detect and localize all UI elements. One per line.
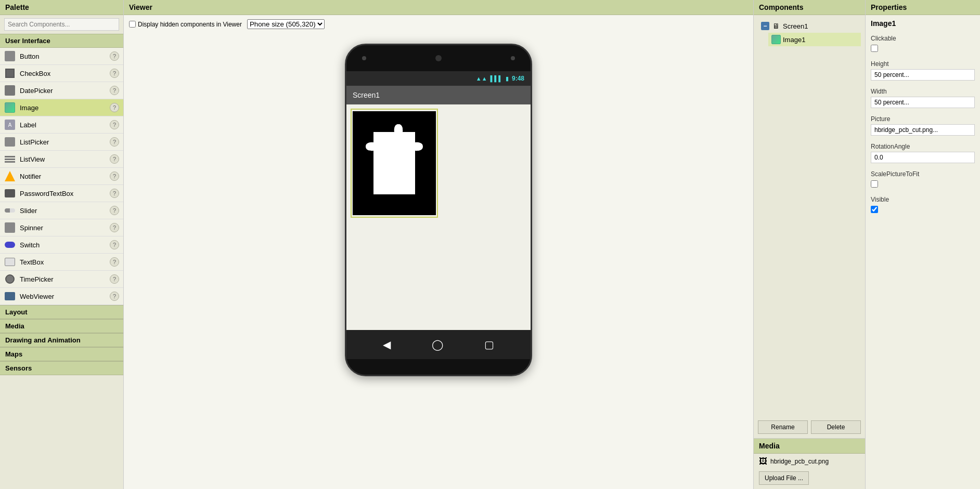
tree-item-image1[interactable]: Image1 — [768, 33, 861, 46]
palette-item-label: TimePicker — [20, 275, 110, 283]
timepicker-help-icon[interactable]: ? — [110, 274, 119, 284]
listpicker-icon — [4, 136, 16, 148]
search-input[interactable] — [4, 18, 119, 31]
palette-item-label: WebViewer — [20, 293, 110, 300]
display-hidden-label[interactable]: Display hidden components in Viewer — [129, 21, 242, 28]
palette-item-timepicker[interactable]: TimePicker ? — [0, 271, 123, 288]
image-component[interactable] — [351, 109, 438, 218]
phone-status-bar: ▲▲ ▌▌▌ ▮ 9:48 — [346, 71, 531, 86]
palette-item-webviewer[interactable]: WebViewer ? — [0, 288, 123, 305]
palette-item-listpicker[interactable]: ListPicker ? — [0, 134, 123, 151]
screen1-label: Screen1 — [783, 22, 808, 30]
phone-top-bar — [346, 45, 531, 71]
clickable-checkbox[interactable] — [871, 45, 878, 52]
palette-item-button[interactable]: Button ? — [0, 48, 123, 65]
home-button[interactable]: ◯ — [432, 338, 443, 351]
palette-item-label-comp[interactable]: A Label ? — [0, 116, 123, 134]
switch-help-icon[interactable]: ? — [110, 240, 119, 249]
listpicker-help-icon[interactable]: ? — [110, 137, 119, 147]
palette-item-label: Notifier — [20, 173, 110, 180]
phone-speaker-icon — [362, 56, 366, 60]
palette-item-passwordtextbox[interactable]: PasswordTextBox ? — [0, 185, 123, 202]
clickable-label: Clickable — [871, 35, 975, 42]
notifier-help-icon[interactable]: ? — [110, 171, 119, 181]
signal-icon: ▌▌▌ — [491, 75, 502, 82]
palette-item-image[interactable]: Image ? — [0, 99, 123, 116]
palette-item-notifier[interactable]: Notifier ? — [0, 168, 123, 185]
clickable-row — [871, 44, 975, 53]
checkbox-icon — [4, 68, 16, 79]
phone-camera-icon — [435, 55, 442, 61]
webviewer-help-icon[interactable]: ? — [110, 292, 119, 301]
textbox-help-icon[interactable]: ? — [110, 257, 119, 267]
listview-help-icon[interactable]: ? — [110, 154, 119, 164]
display-hidden-checkbox[interactable] — [129, 21, 136, 28]
scale-group: ScalePictureToFit — [866, 165, 980, 191]
rename-button[interactable]: Rename — [758, 420, 808, 434]
visible-row — [871, 205, 975, 214]
media-section[interactable]: Media — [0, 319, 123, 333]
webviewer-icon — [4, 290, 16, 302]
width-input[interactable] — [871, 97, 975, 108]
palette-item-listview[interactable]: ListView ? — [0, 151, 123, 168]
screen-icon: 🖥 — [771, 21, 781, 31]
maps-section[interactable]: Maps — [0, 347, 123, 361]
media-header: Media — [754, 439, 865, 454]
notifier-icon — [4, 170, 16, 182]
media-file-item[interactable]: 🖼 hbridge_pcb_cut.png — [754, 454, 865, 469]
palette-item-label: Label — [20, 121, 110, 129]
palette-panel: Palette User Interface Button ? CheckBox… — [0, 0, 124, 489]
palette-item-switch[interactable]: Switch ? — [0, 236, 123, 254]
spinner-icon — [4, 222, 16, 233]
passwordtextbox-help-icon[interactable]: ? — [110, 189, 119, 198]
datepicker-icon — [4, 85, 16, 96]
layout-section[interactable]: Layout — [0, 305, 123, 319]
palette-item-datepicker[interactable]: DatePicker ? — [0, 82, 123, 99]
rotation-angle-input[interactable] — [871, 152, 975, 163]
phone-content[interactable] — [346, 104, 531, 330]
phone-footer — [346, 359, 531, 375]
palette-item-label: Button — [20, 52, 110, 60]
tree-toggle-screen1[interactable]: − — [761, 22, 769, 30]
spinner-help-icon[interactable]: ? — [110, 223, 119, 232]
component-tree: − 🖥 Screen1 Image1 — [754, 15, 865, 50]
height-label: Height — [871, 60, 975, 68]
button-help-icon[interactable]: ? — [110, 51, 119, 61]
image-help-icon[interactable]: ? — [110, 103, 119, 112]
media-section: Media 🖼 hbridge_pcb_cut.png Upload File … — [754, 438, 865, 489]
battery-icon: ▮ — [506, 75, 509, 82]
sensors-section[interactable]: Sensors — [0, 361, 123, 375]
label-help-icon[interactable]: ? — [110, 120, 119, 129]
upload-file-button[interactable]: Upload File ... — [759, 471, 809, 485]
passwordtextbox-icon — [4, 188, 16, 199]
user-interface-section[interactable]: User Interface — [0, 34, 123, 48]
palette-item-label: ListView — [20, 155, 110, 163]
palette-item-label: Slider — [20, 207, 110, 215]
checkbox-help-icon[interactable]: ? — [110, 69, 119, 78]
phone-title-bar: Screen1 — [346, 86, 531, 104]
tree-item-screen1[interactable]: − 🖥 Screen1 — [758, 19, 861, 33]
drawing-animation-section[interactable]: Drawing and Animation — [0, 333, 123, 347]
recent-button[interactable]: ▢ — [484, 338, 494, 351]
scale-checkbox[interactable] — [871, 180, 878, 188]
width-group: Width — [866, 83, 980, 110]
phone-size-select[interactable]: Phone size (505,320) — [247, 19, 325, 29]
picture-input[interactable] — [871, 124, 975, 136]
slider-help-icon[interactable]: ? — [110, 206, 119, 215]
palette-item-textbox[interactable]: TextBox ? — [0, 254, 123, 271]
height-input[interactable] — [871, 69, 975, 81]
back-button[interactable]: ◀ — [383, 338, 391, 351]
properties-header: Properties — [866, 0, 980, 15]
media-file-name: hbridge_pcb_cut.png — [770, 458, 829, 465]
rotation-angle-group: RotationAngle — [866, 138, 980, 165]
image1-label: Image1 — [783, 36, 805, 44]
palette-item-spinner[interactable]: Spinner ? — [0, 219, 123, 236]
datepicker-help-icon[interactable]: ? — [110, 86, 119, 95]
screen-title: Screen1 — [353, 91, 380, 99]
viewer-controls: Display hidden components in Viewer Phon… — [124, 15, 753, 33]
palette-item-slider[interactable]: Slider ? — [0, 202, 123, 219]
visible-checkbox[interactable] — [871, 206, 878, 213]
palette-item-checkbox[interactable]: CheckBox ? — [0, 65, 123, 82]
delete-button[interactable]: Delete — [811, 420, 861, 434]
timepicker-icon — [4, 273, 16, 285]
